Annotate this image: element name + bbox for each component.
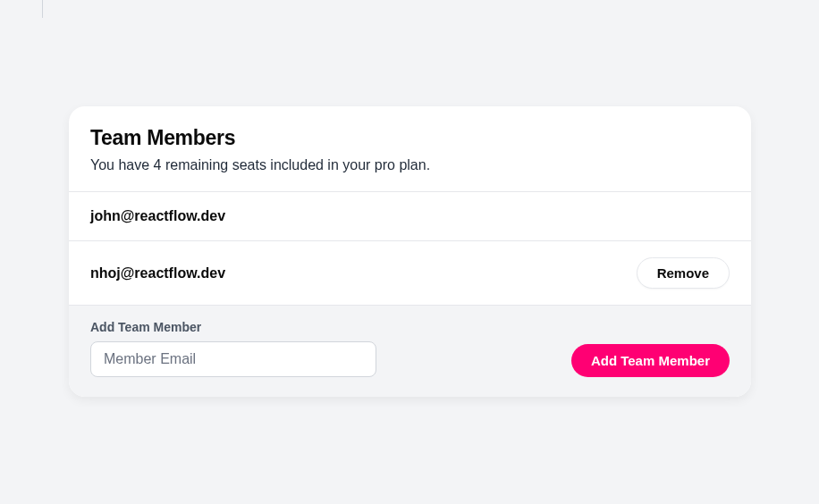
seats-remaining-text: You have 4 remaining seats included in y… [90,157,730,173]
add-member-label: Add Team Member [90,320,376,334]
member-email: nhoj@reactflow.dev [90,265,225,281]
add-member-button[interactable]: Add Team Member [571,344,730,377]
email-field[interactable] [90,341,376,377]
page-title: Team Members [90,126,730,150]
member-email: john@reactflow.dev [90,208,225,224]
team-members-card: Team Members You have 4 remaining seats … [69,106,751,397]
member-row: john@reactflow.dev [69,192,751,241]
member-row: nhoj@reactflow.dev Remove [69,241,751,306]
add-member-section: Add Team Member Add Team Member [69,306,751,397]
remove-button[interactable]: Remove [637,257,730,289]
card-header: Team Members You have 4 remaining seats … [69,106,751,192]
